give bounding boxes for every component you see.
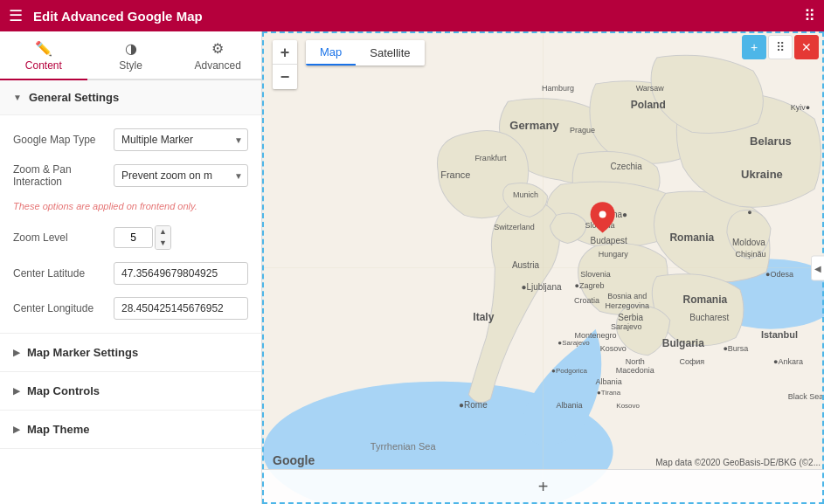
svg-text:Italy: Italy: [473, 311, 494, 323]
hint-text: These options are applied on frontend on…: [13, 200, 248, 213]
svg-text:●Tirana: ●Tirana: [597, 389, 621, 397]
svg-text:Black Sea: Black Sea: [788, 392, 824, 401]
map-type-satellite-button[interactable]: Satellite: [356, 40, 424, 66]
center-latitude-row: Center Latitude: [13, 262, 248, 285]
center-latitude-control: [114, 262, 248, 285]
content-tab-label: Content: [25, 59, 62, 72]
tab-advanced[interactable]: ⚙ Advanced: [174, 31, 261, 80]
general-settings-label: General Settings: [29, 91, 119, 104]
zoom-level-control: ▲ ▼: [114, 225, 248, 250]
add-element-button[interactable]: +: [742, 35, 766, 59]
svg-text:Bulgaria: Bulgaria: [662, 337, 704, 349]
svg-text:●: ●: [747, 208, 751, 217]
svg-text:Istanbul: Istanbul: [761, 329, 798, 340]
zoom-pan-row: Zoom & Pan Interaction Prevent zoom on m…: [13, 163, 248, 188]
add-section-button[interactable]: +: [538, 477, 549, 497]
zoom-stepper-buttons: ▲ ▼: [155, 225, 171, 250]
svg-text:Chișinău: Chișinău: [735, 250, 765, 259]
svg-text:●Rome: ●Rome: [459, 400, 488, 410]
svg-text:Ukraine: Ukraine: [741, 168, 783, 181]
svg-text:Frankfurt: Frankfurt: [474, 154, 507, 162]
svg-text:Poland: Poland: [631, 99, 666, 111]
zoom-level-label: Zoom Level: [13, 231, 114, 244]
map-controls-arrow: ▶: [13, 386, 20, 396]
map-toolbar: + ⠿ ✕: [737, 31, 824, 63]
svg-text:Macedonia: Macedonia: [616, 366, 654, 375]
svg-text:Albania: Albania: [557, 401, 583, 410]
zoom-level-row: Zoom Level ▲ ▼: [13, 225, 248, 250]
svg-text:Kosovo: Kosovo: [600, 344, 627, 353]
center-longitude-input[interactable]: [114, 297, 248, 320]
svg-text:Moldova: Moldova: [732, 238, 765, 247]
center-longitude-label: Center Longitude: [13, 302, 114, 314]
map-marker-settings-header[interactable]: ▶ Map Marker Settings: [0, 334, 261, 372]
content-tab-icon: ✏️: [35, 40, 52, 57]
google-map-type-row: Google Map Type Multiple Marker Single M…: [13, 128, 248, 151]
google-map-type-select[interactable]: Multiple Marker Single Marker Route Map: [114, 128, 248, 151]
panel-toggle-handle[interactable]: ◀: [811, 255, 824, 280]
general-settings-form: Google Map Type Multiple Marker Single M…: [0, 115, 261, 334]
left-panel: ✏️ Content ◑ Style ⚙ Advanced ▼ General …: [0, 31, 262, 504]
zoom-level-stepper-group: ▲ ▼: [114, 225, 248, 250]
zoom-out-button[interactable]: −: [273, 65, 297, 89]
map-controls-header[interactable]: ▶ Map Controls: [0, 372, 261, 411]
zoom-pan-select-wrapper: Prevent zoom on m Allow zoom Disable all…: [114, 164, 248, 187]
grid-layout-button[interactable]: ⠿: [768, 35, 793, 59]
svg-text:Kosovo: Kosovo: [616, 402, 640, 410]
svg-text:Albania: Albania: [596, 377, 622, 386]
zoom-pan-control: Prevent zoom on m Allow zoom Disable all…: [114, 164, 248, 187]
center-longitude-control: [114, 297, 248, 320]
style-tab-label: Style: [119, 59, 142, 72]
close-button[interactable]: ✕: [794, 35, 819, 59]
svg-text:North: North: [626, 357, 645, 366]
map-theme-label: Map Theme: [27, 423, 90, 436]
svg-text:Hamburg: Hamburg: [542, 84, 574, 93]
map-controls-label: Map Controls: [27, 384, 100, 397]
map-zoom-controls: + −: [273, 40, 297, 89]
svg-text:●Ljubljana: ●Ljubljana: [521, 282, 562, 292]
svg-text:●Ankara: ●Ankara: [773, 357, 803, 366]
map-bottom-bar: +: [262, 469, 824, 504]
svg-text:Switzerland: Switzerland: [494, 223, 535, 231]
svg-text:●Bursa: ●Bursa: [723, 344, 748, 353]
main-content: ✏️ Content ◑ Style ⚙ Advanced ▼ General …: [0, 31, 824, 504]
svg-text:Kyiv●: Kyiv●: [791, 103, 810, 112]
svg-text:Herzegovina: Herzegovina: [605, 301, 649, 310]
map-type-map-button[interactable]: Map: [306, 40, 356, 66]
advanced-tab-label: Advanced: [194, 59, 240, 72]
svg-text:София: София: [679, 357, 704, 366]
svg-text:Czechia: Czechia: [611, 162, 643, 171]
zoom-in-button[interactable]: +: [273, 40, 297, 65]
svg-text:Romania: Romania: [669, 231, 714, 244]
grid-icon[interactable]: ⠿: [804, 6, 815, 25]
zoom-pan-select[interactable]: Prevent zoom on m Allow zoom Disable all: [114, 164, 248, 187]
tab-content[interactable]: ✏️ Content: [0, 31, 87, 80]
tab-style[interactable]: ◑ Style: [87, 31, 175, 80]
zoom-level-input[interactable]: [114, 227, 153, 248]
svg-text:Austria: Austria: [512, 260, 540, 270]
zoom-pan-label: Zoom & Pan Interaction: [13, 163, 114, 188]
map-copyright: Map data ©2020 GeoBasis-DE/BKG (©2...: [655, 458, 821, 467]
svg-text:Sarajevo: Sarajevo: [611, 322, 642, 331]
map-theme-header[interactable]: ▶ Map Theme: [0, 411, 261, 449]
top-bar: ☰ Edit Advanced Google Map ⠿: [0, 0, 824, 31]
general-settings-header[interactable]: ▼ General Settings: [0, 80, 261, 115]
zoom-decrement-button[interactable]: ▼: [156, 238, 170, 249]
google-map-type-control: Multiple Marker Single Marker Route Map …: [114, 128, 248, 151]
map-marker-arrow: ▶: [13, 348, 20, 357]
svg-text:Bosnia and: Bosnia and: [607, 292, 647, 300]
google-logo: Google: [273, 453, 315, 467]
svg-text:●Odesa: ●Odesa: [765, 270, 793, 279]
advanced-tab-icon: ⚙: [211, 40, 224, 57]
svg-point-59: [599, 211, 606, 217]
hamburger-menu-icon[interactable]: ☰: [9, 6, 23, 25]
center-latitude-input[interactable]: [114, 262, 248, 285]
page-title: Edit Advanced Google Map: [33, 9, 793, 24]
svg-text:Munich: Munich: [513, 190, 538, 199]
svg-text:Belarus: Belarus: [750, 135, 792, 148]
svg-text:Slovenia: Slovenia: [580, 270, 611, 279]
tabs-bar: ✏️ Content ◑ Style ⚙ Advanced: [0, 31, 261, 80]
map-display: Germany France Poland Czechia Belarus Uk…: [262, 31, 824, 504]
svg-text:Serbia: Serbia: [618, 313, 643, 322]
zoom-increment-button[interactable]: ▲: [156, 226, 170, 238]
